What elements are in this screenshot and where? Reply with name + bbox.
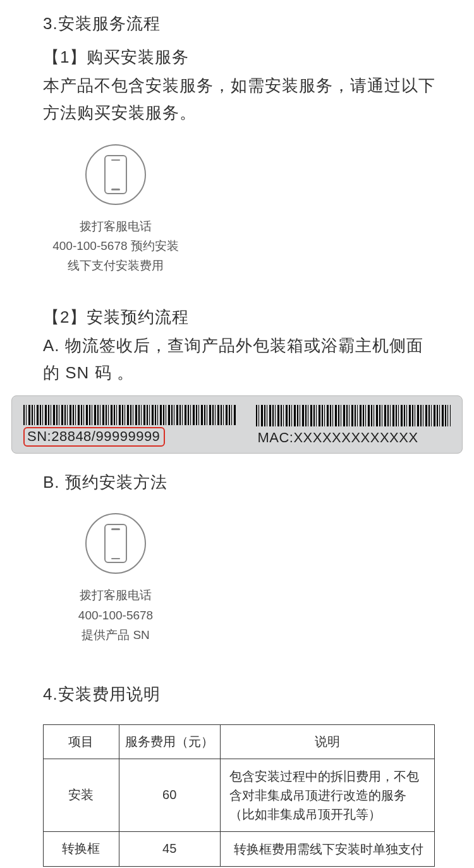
fee-table: 项目 服务费用（元） 说明 安装 60 包含安装过程中的拆旧费用，不包含对非集成… <box>43 724 435 867</box>
caption-line: 400-100-5678 预约安装 <box>52 236 179 256</box>
cell-item: 安装 <box>44 759 119 831</box>
caption-line: 线下支付安装费用 <box>52 256 179 275</box>
cell-fee: 45 <box>119 831 220 866</box>
step-2-body-a: A. 物流签收后，查询产品外包装箱或浴霸主机侧面的 SN 码 。 <box>43 332 436 387</box>
section-3-title: 3.安装服务流程 <box>43 13 436 35</box>
cell-desc: 包含安装过程中的拆旧费用，不包含对非集成吊顶进行改造的服务（比如非集成吊顶开孔等… <box>220 759 434 831</box>
step-2-heading: 【2】安装预约流程 <box>43 306 436 328</box>
step-1-heading: 【1】购买安装服务 <box>43 46 436 68</box>
sn-code-highlight: SN:28848/99999999 <box>23 427 165 447</box>
cell-fee: 60 <box>119 759 220 831</box>
th-desc: 说明 <box>220 724 434 759</box>
barcode-graphic-sn <box>23 405 237 425</box>
phone-caption-1: 拨打客服电话 400-100-5678 预约安装 线下支付安装费用 <box>52 216 179 276</box>
step-2-body-b: B. 预约安装方法 <box>43 469 436 496</box>
table-row: 转换框 45 转换框费用需线下安装时单独支付 <box>44 831 435 866</box>
barcode-graphic-mac <box>256 405 451 426</box>
phone-caption-2: 拨打客服电话 400-100-5678 提供产品 SN <box>78 585 153 645</box>
phone-icon <box>85 144 146 205</box>
table-header-row: 项目 服务费用（元） 说明 <box>44 724 435 759</box>
phone-contact-block-1: 拨打客服电话 400-100-5678 预约安装 线下支付安装费用 <box>43 144 188 276</box>
barcode-label: SN:28848/99999999 MAC:XXXXXXXXXXXXX <box>11 395 463 454</box>
caption-line: 拨打客服电话 <box>52 216 179 236</box>
phone-icon <box>85 513 146 574</box>
cell-desc: 转换框费用需线下安装时单独支付 <box>220 831 434 866</box>
cell-item: 转换框 <box>44 831 119 866</box>
step-1-body: 本产品不包含安装服务，如需安装服务，请通过以下方法购买安装服务。 <box>43 72 436 127</box>
mac-code: MAC:XXXXXXXXXXXXX <box>256 429 451 447</box>
caption-line: 拨打客服电话 <box>78 585 153 605</box>
section-4-title: 4.安装费用说明 <box>43 683 436 705</box>
th-fee: 服务费用（元） <box>119 724 220 759</box>
phone-contact-block-2: 拨打客服电话 400-100-5678 提供产品 SN <box>43 513 188 645</box>
caption-line: 提供产品 SN <box>78 625 153 645</box>
th-item: 项目 <box>44 724 119 759</box>
table-row: 安装 60 包含安装过程中的拆旧费用，不包含对非集成吊顶进行改造的服务（比如非集… <box>44 759 435 831</box>
caption-line: 400-100-5678 <box>78 605 153 625</box>
